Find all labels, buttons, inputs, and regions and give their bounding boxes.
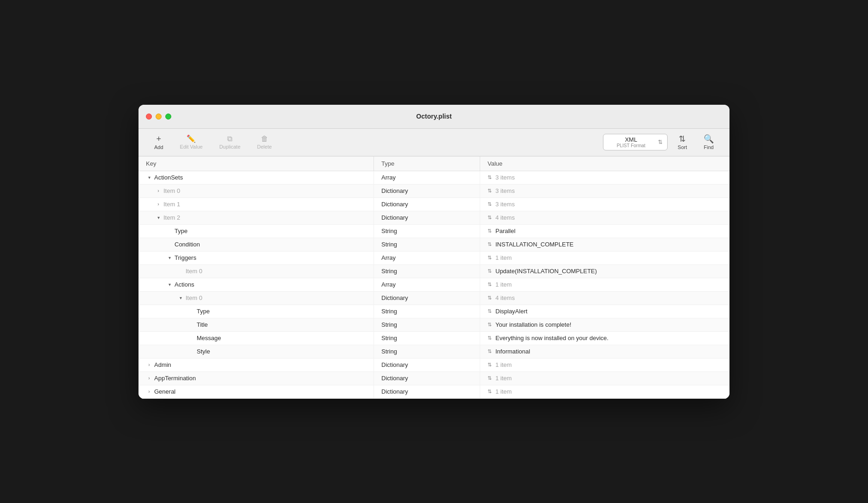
edit-value-label: Edit Value: [180, 144, 203, 150]
key-label: Message: [197, 335, 221, 341]
stepper-icon[interactable]: ⇅: [488, 335, 492, 341]
expand-icon[interactable]: ›: [146, 362, 152, 368]
table-row[interactable]: ▾ Triggers Array ⇅ 1 item: [139, 252, 729, 265]
value-cell: ⇅ DisplayAlert: [480, 305, 729, 318]
table-row[interactable]: Type String ⇅ DisplayAlert: [139, 305, 729, 318]
minimize-button[interactable]: [156, 114, 162, 120]
table-row[interactable]: Condition String ⇅ INSTALLATION_COMPLETE: [139, 238, 729, 252]
type-cell: String: [374, 265, 480, 278]
stepper-icon[interactable]: ⇅: [488, 201, 492, 207]
table-row[interactable]: ▾ ActionSets Array ⇅ 3 items: [139, 171, 729, 185]
table-row[interactable]: › AppTermination Dictionary ⇅ 1 item: [139, 372, 729, 385]
stepper-icon[interactable]: ⇅: [488, 268, 492, 274]
close-button[interactable]: [146, 114, 152, 120]
add-button[interactable]: + Add: [148, 132, 170, 153]
table-row[interactable]: › Admin Dictionary ⇅ 1 item: [139, 359, 729, 372]
table-row[interactable]: › Item 0 Dictionary ⇅ 3 items: [139, 185, 729, 198]
table-row[interactable]: Item 0 String ⇅ Update(INSTALLATION_COMP…: [139, 265, 729, 278]
key-label: Item 2: [163, 214, 180, 221]
type-cell: Dictionary: [374, 185, 480, 198]
key-cell: › Item 0: [139, 185, 374, 198]
key-column-header: Key: [139, 156, 374, 171]
plist-editor: Key Type Value ▾ ActionSets Array ⇅ 3 it…: [139, 156, 729, 399]
value-cell: ⇅ 1 item: [480, 372, 729, 385]
stepper-icon[interactable]: ⇅: [488, 281, 492, 287]
stepper-icon[interactable]: ⇅: [488, 255, 492, 261]
key-cell: › General: [139, 385, 374, 398]
plist-format-selector[interactable]: XML PLIST Format ⇅: [603, 134, 668, 150]
add-label: Add: [154, 144, 163, 150]
stepper-icon[interactable]: ⇅: [488, 295, 492, 301]
type-label: Dictionary: [381, 375, 408, 382]
value-label: Your installation is complete!: [495, 321, 571, 328]
table-row[interactable]: Title String ⇅ Your installation is comp…: [139, 318, 729, 332]
type-cell: Dictionary: [374, 292, 480, 305]
chevron-updown-icon: ⇅: [658, 139, 663, 145]
table-row[interactable]: Type String ⇅ Parallel: [139, 225, 729, 238]
key-label: Admin: [154, 361, 171, 368]
column-headers: Key Type Value: [139, 156, 729, 171]
value-label: 3 items: [495, 187, 515, 194]
stepper-icon[interactable]: ⇅: [488, 322, 492, 328]
value-label: Parallel: [495, 228, 515, 234]
stepper-icon[interactable]: ⇅: [488, 308, 492, 314]
stepper-icon[interactable]: ⇅: [488, 228, 492, 234]
table-row[interactable]: ▾ Item 0 Dictionary ⇅ 4 items: [139, 292, 729, 305]
maximize-button[interactable]: [165, 114, 171, 120]
value-label: Update(INSTALLATION_COMPLETE): [495, 268, 597, 275]
stepper-icon[interactable]: ⇅: [488, 348, 492, 354]
type-cell: String: [374, 345, 480, 358]
value-label: 3 items: [495, 201, 515, 208]
collapse-icon[interactable]: ▾: [166, 281, 173, 288]
table-row[interactable]: Message String ⇅ Everything is now insta…: [139, 332, 729, 345]
type-label: String: [381, 321, 397, 328]
table-row[interactable]: Style String ⇅ Informational: [139, 345, 729, 359]
value-cell: ⇅ 4 items: [480, 292, 729, 305]
stepper-icon[interactable]: ⇅: [488, 362, 492, 368]
edit-value-button[interactable]: ✏️ Edit Value: [174, 132, 209, 152]
duplicate-button[interactable]: ⧉ Duplicate: [213, 132, 247, 152]
table-row[interactable]: › General Dictionary ⇅ 1 item: [139, 385, 729, 399]
type-cell: Array: [374, 171, 480, 184]
key-cell: ▾ Triggers: [139, 252, 374, 264]
key-label: Type: [197, 308, 210, 315]
format-value: XML: [625, 136, 637, 143]
key-label: Actions: [175, 281, 194, 288]
table-row[interactable]: ▾ Item 2 Dictionary ⇅ 4 items: [139, 211, 729, 225]
expand-icon[interactable]: ›: [146, 389, 152, 395]
add-icon: +: [157, 135, 162, 143]
stepper-icon[interactable]: ⇅: [488, 174, 492, 180]
type-cell: String: [374, 225, 480, 238]
expand-icon[interactable]: ›: [146, 375, 152, 382]
collapse-icon[interactable]: ▾: [155, 215, 162, 221]
expand-icon[interactable]: ›: [155, 201, 162, 208]
key-label: Triggers: [175, 254, 196, 261]
key-cell: Title: [139, 318, 374, 331]
collapse-icon[interactable]: ▾: [177, 295, 184, 301]
type-cell: String: [374, 305, 480, 318]
stepper-icon[interactable]: ⇅: [488, 188, 492, 194]
key-cell: ▾ Item 2: [139, 211, 374, 224]
collapse-icon[interactable]: ▾: [146, 174, 152, 181]
stepper-icon[interactable]: ⇅: [488, 215, 492, 221]
stepper-icon[interactable]: ⇅: [488, 375, 492, 381]
delete-button[interactable]: 🗑 Delete: [251, 132, 278, 152]
collapse-icon[interactable]: ▾: [166, 255, 173, 261]
key-cell: Message: [139, 332, 374, 345]
delete-label: Delete: [257, 144, 272, 150]
find-button[interactable]: 🔍 Find: [697, 132, 720, 153]
type-label: String: [381, 228, 397, 234]
key-cell: ▾ ActionSets: [139, 171, 374, 184]
traffic-lights: [146, 114, 171, 120]
sort-button[interactable]: ⇅ Sort: [671, 132, 693, 153]
table-row[interactable]: › Item 1 Dictionary ⇅ 3 items: [139, 198, 729, 211]
type-label: String: [381, 348, 397, 355]
table-row[interactable]: ▾ Actions Array ⇅ 1 item: [139, 278, 729, 292]
expand-icon[interactable]: ›: [155, 188, 162, 194]
type-label: String: [381, 308, 397, 315]
stepper-icon[interactable]: ⇅: [488, 389, 492, 395]
key-cell: Item 0: [139, 265, 374, 278]
stepper-icon[interactable]: ⇅: [488, 241, 492, 247]
value-label: 1 item: [495, 375, 512, 382]
key-cell: Style: [139, 345, 374, 358]
